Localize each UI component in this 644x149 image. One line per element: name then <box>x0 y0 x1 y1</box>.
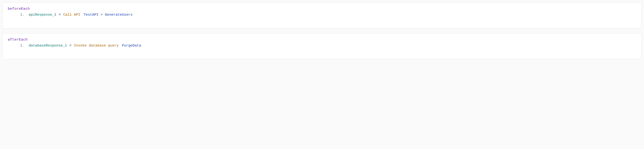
action-target: TestAPI > GenerateUsers <box>84 13 132 17</box>
step-row: 1. apiResponse_1 = Call API TestAPI > Ge… <box>8 13 636 17</box>
step-number: 1. <box>17 13 24 17</box>
action-target: PurgeData <box>122 44 141 48</box>
after-each-block: afterEach 1. databaseResponse_1 = Invoke… <box>2 33 642 59</box>
step-number: 1. <box>17 44 24 48</box>
action-label: Invoke database query <box>74 44 118 48</box>
equals-sign: = <box>69 44 72 48</box>
variable-name: apiResponse_1 <box>29 13 56 17</box>
block-title: beforeEach <box>8 7 636 11</box>
block-title: afterEach <box>8 38 636 42</box>
step-row: 1. databaseResponse_1 = Invoke database … <box>8 44 636 48</box>
action-label: Call API <box>63 13 80 17</box>
equals-sign: = <box>59 13 61 17</box>
before-each-block: beforeEach 1. apiResponse_1 = Call API T… <box>2 2 642 29</box>
variable-name: databaseResponse_1 <box>29 44 67 48</box>
